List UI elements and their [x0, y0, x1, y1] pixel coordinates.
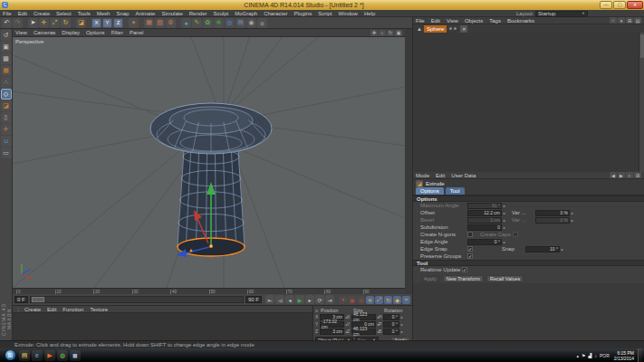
visibility-dot-icon[interactable] [454, 27, 457, 30]
menu-item[interactable]: Animate [135, 11, 155, 16]
search-icon[interactable]: ⌕ [610, 17, 617, 24]
add-primitive-icon[interactable]: ● [181, 18, 191, 28]
play-button[interactable]: ▶ [295, 295, 304, 304]
zoom-view-icon[interactable]: ⌕ [379, 30, 386, 36]
polygons-mode-icon[interactable]: ◪ [1, 100, 12, 111]
scrollbar[interactable] [639, 33, 644, 172]
camera-icon[interactable]: ◉ [246, 18, 256, 28]
menu-item[interactable]: Plugins [294, 11, 312, 16]
menu-item[interactable]: Snap [116, 11, 129, 16]
viewport-menu-item[interactable]: Cameras [34, 30, 55, 35]
timeline-ruler[interactable]: 0102030405060708090 [13, 288, 405, 294]
last-tool-extrude-icon[interactable]: ◪ [76, 18, 86, 28]
tray-volume-icon[interactable]: ♪ [594, 353, 597, 358]
scrollbar-thumb[interactable] [640, 34, 644, 58]
light-icon[interactable]: ☼ [257, 18, 267, 28]
filter-icon[interactable]: ▾ [618, 17, 625, 24]
render-view-icon[interactable]: ▦ [144, 18, 154, 28]
panel-icon[interactable]: ⊞ [634, 172, 641, 178]
toggle-view-icon[interactable]: ▣ [395, 30, 402, 36]
taskbar-app-chrome[interactable]: ◍ [57, 350, 68, 361]
title-bar[interactable]: C CINEMA 4D R14.014 Studio - [Untitled 2… [0, 0, 644, 10]
move-icon[interactable]: ✛ [39, 18, 49, 28]
previous-frame-button[interactable]: ◂ [285, 295, 294, 304]
floor-icon[interactable]: ▤ [235, 18, 245, 28]
tab-options[interactable]: Options [416, 187, 444, 195]
panel-icon[interactable]: ⊞ [626, 17, 633, 24]
menu-item[interactable]: Select [56, 11, 72, 16]
minimize-button[interactable]: — [600, 1, 612, 9]
taskbar-app-media[interactable]: ▶ [44, 350, 55, 361]
viewport-menu-item[interactable]: Panel [130, 30, 143, 35]
selection-tag-icon[interactable]: ✕ [460, 25, 467, 33]
material-menu-item[interactable]: Edit [47, 307, 56, 312]
tab-tool[interactable]: Tool [446, 187, 465, 195]
y-axis-lock-icon[interactable]: Y [102, 18, 112, 28]
new-transform-button[interactable]: New Transform [443, 275, 484, 282]
live-selection-icon[interactable]: ➤ [28, 18, 38, 28]
taskbar-app-ie[interactable]: e [32, 350, 43, 361]
snap-icon[interactable]: ∪ [1, 136, 12, 147]
viewport-menu-item[interactable]: Filter [111, 30, 123, 35]
rotate-icon[interactable]: ↻ [61, 18, 71, 28]
object-manager-menu-item[interactable]: Objects [465, 18, 483, 24]
create-ngons-checkbox[interactable] [467, 232, 473, 237]
goto-end-button[interactable]: ⇥ [325, 295, 334, 304]
camera-label[interactable]: Perspective [15, 39, 43, 44]
record-position-button[interactable]: ✛ [366, 296, 374, 304]
options-section-header[interactable]: Options [413, 195, 644, 202]
offset-variance-field[interactable]: 0 % [535, 210, 570, 216]
pan-view-icon[interactable]: ✥ [370, 30, 378, 36]
maximize-button[interactable]: ▢ [613, 1, 626, 9]
size-z-field[interactable]: 46.123 cm [351, 329, 376, 335]
cycle-button[interactable]: ⟳ [315, 295, 324, 304]
object-manager-menu-item[interactable]: File [416, 18, 425, 24]
record-parameter-button[interactable]: ◆ [393, 296, 401, 304]
lock-workplane-icon[interactable]: ▭ [1, 148, 12, 158]
material-menu-item[interactable]: Create [24, 307, 41, 312]
edge-angle-field[interactable]: 0 ° [467, 239, 502, 245]
model-mode-icon[interactable]: ▣ [1, 42, 12, 52]
end-frame-field[interactable]: 90 F [245, 296, 262, 303]
start-button[interactable]: ⊞ [5, 350, 15, 360]
rotation-p-field[interactable]: 0 ° [383, 321, 399, 328]
size-x-field[interactable]: 46.123 cm [351, 314, 376, 320]
tool-section-header[interactable]: Tool [413, 260, 644, 266]
taskbar-app-explorer[interactable]: ▤ [19, 350, 30, 361]
menu-item[interactable]: Edit [18, 11, 27, 16]
tray-action-center-icon[interactable]: ⚑ [582, 353, 585, 358]
menu-item[interactable]: Sculpt [213, 11, 228, 16]
material-menu-item[interactable]: Texture [90, 307, 108, 312]
visibility-dot-icon[interactable] [449, 27, 452, 30]
material-menu-item[interactable]: Function [62, 307, 83, 312]
redo-icon[interactable]: ↷ [13, 18, 23, 28]
layout-select[interactable]: Startup ▼ [535, 11, 588, 17]
make-editable-icon[interactable]: ↺ [1, 30, 12, 41]
object-manager-menu-item[interactable]: View [447, 18, 458, 24]
object-row[interactable]: ▲ Sphere ✕ [413, 24, 644, 33]
close-button[interactable]: ✕ [627, 1, 643, 9]
menu-item[interactable]: File [3, 11, 12, 16]
menu-item[interactable]: Help [364, 11, 375, 16]
tray-up-arrow-icon[interactable]: ▴ [577, 353, 580, 358]
menu-item[interactable]: MoGraph [235, 11, 257, 16]
render-settings-icon[interactable]: ⚙ [166, 18, 176, 28]
generators-icon[interactable]: ✿ [203, 18, 213, 28]
autokeying-button[interactable]: ◉ [348, 296, 356, 304]
show-desktop-button[interactable] [638, 348, 642, 362]
rotation-b-field[interactable]: 0 ° [383, 329, 399, 335]
record-keyframe-button[interactable]: ● [339, 296, 347, 304]
menu-item[interactable]: Tools [78, 11, 91, 16]
environment-icon[interactable]: ◍ [225, 18, 235, 28]
object-manager-menu-item[interactable]: Tags [489, 18, 501, 24]
object-manager-body[interactable] [413, 33, 644, 172]
record-scale-button[interactable]: ⤢ [375, 296, 383, 304]
timeline-slider[interactable] [30, 296, 244, 303]
menu-item[interactable]: Window [339, 11, 358, 16]
object-name[interactable]: Sphere [424, 25, 447, 33]
app-icon[interactable]: C [2, 2, 8, 8]
record-rotation-button[interactable]: ↻ [384, 296, 392, 304]
history-forward-icon[interactable]: ▶ [618, 172, 625, 178]
previous-key-button[interactable]: ◅ [275, 295, 284, 304]
z-axis-lock-icon[interactable]: Z [113, 18, 123, 28]
